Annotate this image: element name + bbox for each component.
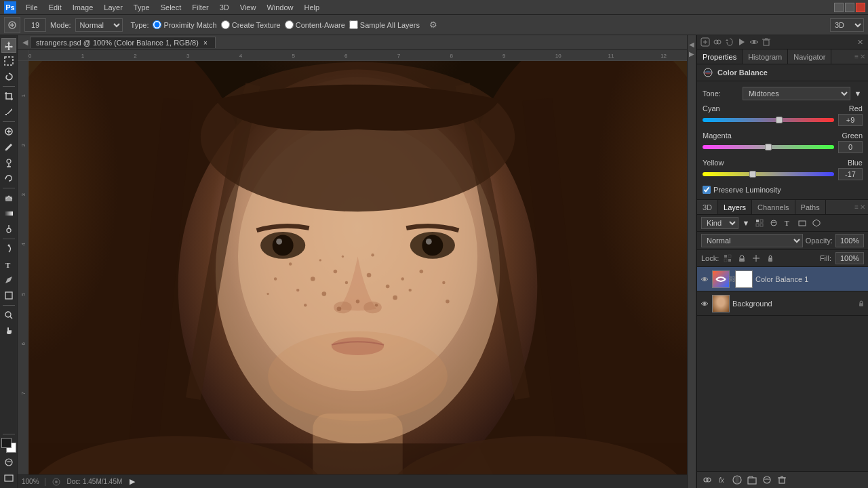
lasso-tool[interactable] (1, 69, 16, 84)
tab-histogram[interactable]: Histogram (743, 49, 788, 64)
create-adjustment-icon[interactable] (761, 474, 773, 486)
delete-layer-icon[interactable] (776, 474, 788, 486)
tab-3d[interactable]: 3D (697, 200, 718, 214)
tone-dropdown-icon[interactable]: ▼ (853, 89, 863, 98)
create-texture-radio[interactable]: Create Texture (221, 20, 281, 29)
panel-icon-eye[interactable] (749, 37, 760, 47)
kind-dropdown-icon[interactable]: ▼ (741, 218, 751, 228)
canvas-tab[interactable]: strangers.psd @ 100% (Color Balance 1, R… (30, 37, 216, 48)
menu-type[interactable]: Type (128, 2, 155, 13)
collapse-btn[interactable]: ◀ (688, 41, 695, 47)
layers-kind-select[interactable]: Kind (701, 217, 738, 229)
yellow-blue-slider[interactable] (703, 170, 834, 178)
panel-icon-history[interactable] (724, 37, 735, 47)
workspace-select[interactable]: 3D (830, 18, 864, 32)
quick-mask-tool[interactable] (1, 455, 16, 470)
menu-image[interactable]: Image (67, 2, 99, 13)
proximity-match-radio[interactable]: Proximity Match (153, 20, 216, 29)
tab-close-btn[interactable]: × (201, 39, 210, 47)
filter-smartobject-icon[interactable] (810, 217, 823, 229)
eyedropper-tool[interactable] (1, 104, 16, 119)
yellow-blue-thumb[interactable] (749, 171, 756, 178)
expand-btn[interactable]: ▶ (688, 50, 695, 57)
preserve-luminosity-check[interactable] (703, 186, 711, 194)
tab-properties[interactable]: Properties (697, 49, 743, 64)
tab-paths[interactable]: Paths (795, 200, 826, 214)
brush-toggle-icon[interactable]: ⚙ (427, 18, 440, 32)
add-fx-icon[interactable]: fx (716, 474, 728, 486)
menu-view[interactable]: View (235, 2, 262, 13)
mode-select[interactable]: Normal (75, 18, 123, 32)
pen-tool[interactable] (1, 241, 16, 256)
content-aware-radio[interactable]: Content-Aware (285, 20, 345, 29)
menu-layer[interactable]: Layer (98, 2, 128, 13)
lock-position-icon[interactable] (750, 252, 762, 264)
dodge-tool[interactable] (1, 222, 16, 237)
color-swatches[interactable] (1, 438, 16, 453)
canvas-view[interactable] (28, 61, 687, 474)
path-selection-tool[interactable] (1, 272, 16, 287)
select-tool[interactable] (1, 54, 16, 68)
tab-layers[interactable]: Layers (718, 200, 752, 214)
layers-menu-icon[interactable]: ≡ (854, 203, 859, 211)
crop-tool[interactable] (1, 89, 16, 104)
heal-brush-icon[interactable] (4, 17, 20, 33)
sample-all-layers-check[interactable]: Sample All Layers (349, 20, 420, 29)
layer-eye-color-balance[interactable] (700, 274, 709, 284)
clone-stamp-tool[interactable] (1, 155, 16, 170)
cyan-red-slider[interactable] (703, 116, 834, 124)
menu-3d[interactable]: 3D (214, 2, 235, 13)
panel-close-icon[interactable]: ✕ (854, 37, 865, 47)
filter-pixel-icon[interactable] (753, 217, 766, 229)
menu-help[interactable]: Help (299, 2, 326, 13)
shape-tool[interactable] (1, 288, 16, 303)
eraser-tool[interactable] (1, 190, 16, 205)
tab-channels[interactable]: Channels (752, 200, 795, 214)
lock-transparent-icon[interactable] (722, 252, 734, 264)
magenta-green-slider[interactable] (703, 143, 834, 151)
lock-image-icon[interactable] (736, 252, 748, 264)
lock-all-icon[interactable] (764, 252, 776, 264)
brush-size-input[interactable]: 19 (24, 18, 46, 32)
cyan-red-thumb[interactable] (776, 117, 783, 123)
panel-menu-icon[interactable]: ≡ (854, 53, 859, 60)
tone-select[interactable]: Shadows Midtones Highlights (743, 87, 850, 100)
heal-tool[interactable] (1, 124, 16, 139)
menu-edit[interactable]: Edit (43, 2, 67, 13)
status-arrow[interactable]: ▶ (127, 477, 137, 487)
text-tool[interactable]: T (1, 257, 16, 272)
menu-file[interactable]: File (20, 2, 43, 13)
gradient-tool[interactable] (1, 206, 16, 221)
filter-type-icon[interactable]: T (782, 217, 794, 229)
screen-mode-btn[interactable] (1, 470, 16, 485)
menu-select[interactable]: Select (155, 2, 187, 13)
add-link-icon[interactable] (701, 474, 713, 486)
menu-window[interactable]: Window (261, 2, 298, 13)
add-mask-icon[interactable] (731, 474, 743, 486)
hand-tool[interactable] (1, 323, 16, 338)
tab-scroll-left[interactable]: ◀ (20, 37, 30, 49)
move-tool[interactable] (1, 38, 16, 53)
close-btn[interactable] (856, 3, 865, 12)
panel-icon-adjust[interactable] (700, 37, 711, 47)
create-group-icon[interactable] (746, 474, 758, 486)
filter-shape-icon[interactable] (796, 217, 808, 229)
layers-close-btn[interactable]: ✕ (860, 203, 865, 211)
layer-item-color-balance[interactable]: ⛓ Color Balance 1 (697, 267, 868, 291)
layer-eye-background[interactable] (700, 299, 709, 308)
layers-mode-select[interactable]: Normal (701, 234, 803, 247)
menu-filter[interactable]: Filter (186, 2, 214, 13)
zoom-tool[interactable] (1, 308, 16, 323)
tab-navigator[interactable]: Navigator (788, 49, 831, 64)
maximize-btn[interactable] (845, 3, 854, 12)
panel-close-btn[interactable]: ✕ (860, 53, 865, 60)
panel-icon-actions[interactable] (736, 37, 747, 47)
history-brush-tool[interactable] (1, 171, 16, 186)
panel-icon-trash[interactable] (761, 37, 772, 47)
magenta-green-thumb[interactable] (765, 144, 772, 150)
panel-icon-adjustment[interactable] (712, 37, 723, 47)
filter-adjustment-icon[interactable] (768, 217, 780, 229)
minimize-btn[interactable] (834, 3, 844, 12)
brush-tool[interactable] (1, 140, 16, 155)
layer-item-background[interactable]: Background (697, 291, 868, 316)
